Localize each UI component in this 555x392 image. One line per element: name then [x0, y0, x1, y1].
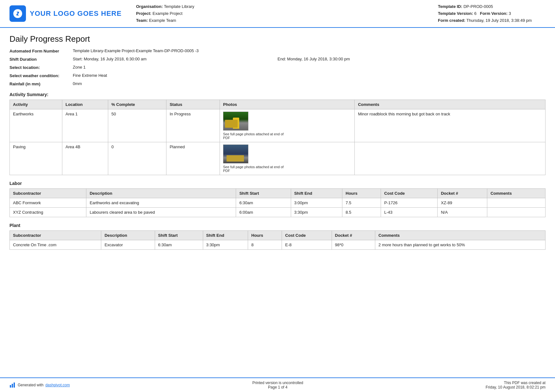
activity-table-header: Activity Location % Complete Status Phot…: [10, 100, 546, 109]
generated-label: Generated with: [18, 383, 43, 387]
labor-1-hours: 7.5: [342, 198, 381, 208]
labor-col-comments: Comments: [487, 189, 546, 198]
form-created-value: Thursday, 19 July 2018, 3:38:49 pm: [466, 18, 532, 23]
labor-col-cost-code: Cost Code: [381, 189, 438, 198]
labor-1-shift-end: 3:00pm: [291, 198, 342, 208]
labor-row-1: ABC Formwork Earthworks and excavating 6…: [10, 198, 546, 208]
plant-title: Plant: [9, 223, 546, 228]
activity-1-photo-caption: See full page photos attached at end of …: [223, 132, 286, 140]
project-row: Project: Example Project: [136, 10, 432, 17]
labor-table: Subcontractor Description Shift Start Sh…: [9, 188, 546, 217]
activity-2-activity: Paving: [10, 142, 62, 175]
shift-duration-label: Shift Duration: [9, 57, 73, 62]
plant-col-shift-end: Shift End: [203, 231, 248, 240]
page-label: Page 1 of 4: [252, 385, 303, 389]
plant-1-docket: 98*0: [332, 240, 375, 250]
labor-2-docket: N/A: [438, 208, 487, 217]
activity-1-comments: Minor roadblock this morning but got bac…: [355, 109, 546, 142]
labor-col-hours: Hours: [342, 189, 381, 198]
team-value: Example Team: [149, 18, 176, 23]
plant-1-hours: 8: [248, 240, 282, 250]
activity-summary-title: Activity Summary:: [9, 92, 546, 97]
form-created-row: Form created: Thursday, 19 July 2018, 3:…: [438, 17, 546, 24]
form-version-value: 3: [509, 11, 511, 16]
plant-col-hours: Hours: [248, 231, 282, 240]
labor-2-shift-start: 6:00am: [236, 208, 291, 217]
labor-table-header: Subcontractor Description Shift Start Sh…: [10, 189, 546, 198]
project-value: Example Project: [153, 11, 183, 16]
weather-value: Fine Extreme Heat: [73, 73, 546, 78]
activity-2-photo-caption: See full page photos attached at end of …: [223, 165, 286, 173]
uncontrolled-label: Printed version is uncontrolled: [252, 381, 303, 385]
version-row: Template Version: 6 Form Version: 3: [438, 10, 546, 17]
location-value: Zone 1: [73, 65, 546, 70]
page-footer: Generated with dashpivot.com Printed ver…: [0, 377, 555, 392]
team-row: Team: Example Team: [136, 17, 432, 24]
activity-1-photo-cell: See full page photos attached at end of …: [223, 112, 351, 140]
logo-area: YOUR LOGO GOES HERE: [9, 5, 130, 22]
org-row: Organisation: Template Library: [136, 3, 432, 10]
activity-col-status: Status: [166, 100, 220, 109]
footer-center: Printed version is uncontrolled Page 1 o…: [252, 381, 303, 389]
template-id-value: DP-PROD-0005: [464, 4, 493, 9]
labor-col-shift-start: Shift Start: [236, 189, 291, 198]
svg-rect-0: [10, 385, 11, 388]
activity-1-photos: See full page photos attached at end of …: [220, 109, 355, 142]
dashpivot-icon: [9, 382, 16, 388]
template-version-value: 6: [474, 11, 477, 16]
labor-1-shift-start: 6:30am: [236, 198, 291, 208]
header-meta-right: Template ID: DP-PROD-0005 Template Versi…: [438, 3, 546, 24]
page-header: YOUR LOGO GOES HERE Organisation: Templa…: [0, 0, 555, 28]
shift-duration-row: Shift Duration Start: Monday, 16 July 20…: [9, 57, 546, 62]
activity-1-status: In Progress: [166, 109, 220, 142]
shift-end-half: End: Monday, 16 July 2018, 3:30:00 pm: [278, 57, 546, 62]
plant-col-shift-start: Shift Start: [155, 231, 203, 240]
template-version-label: Template Version:: [438, 11, 473, 16]
weather-label: Select weather condition:: [9, 73, 73, 78]
org-value: Template Library: [164, 4, 194, 9]
plant-1-shift-end: 3:30pm: [203, 240, 248, 250]
activity-row-2: Paving Area 4B 0 Planned See full page p…: [10, 142, 546, 175]
activity-table: Activity Location % Complete Status Phot…: [9, 100, 546, 175]
rainfall-row: Rainfall (in mm) 0mm: [9, 81, 546, 86]
location-label: Select location:: [9, 65, 73, 70]
dashpivot-link[interactable]: dashpivot.com: [45, 383, 70, 387]
footer-left: Generated with dashpivot.com: [9, 382, 70, 388]
labor-1-comments: [487, 198, 546, 208]
plant-1-cost-code: E-8: [282, 240, 332, 250]
plant-table-header: Subcontractor Description Shift Start Sh…: [10, 231, 546, 240]
form-version-label: Form Version:: [480, 11, 508, 16]
plant-1-comments: 2 more hours than planned to get works t…: [375, 240, 546, 250]
labor-1-docket: XZ-89: [438, 198, 487, 208]
rainfall-label: Rainfall (in mm): [9, 81, 73, 86]
activity-1-photo-thumb: [223, 112, 248, 131]
activity-1-activity: Earthworks: [10, 109, 62, 142]
activity-2-photos: See full page photos attached at end of …: [220, 142, 355, 175]
activity-col-location: Location: [62, 100, 108, 109]
logo-svg: [12, 8, 23, 19]
shift-end-value: End: Monday, 16 July 2018, 3:30:00 pm: [278, 57, 546, 62]
footer-right: This PDF was created at Friday, 10 Augus…: [486, 381, 546, 389]
svg-rect-2: [14, 383, 15, 388]
logo-text: YOUR LOGO GOES HERE: [30, 9, 122, 18]
activity-col-comments: Comments: [355, 100, 546, 109]
activity-1-location: Area 1: [62, 109, 108, 142]
plant-col-docket: Docket #: [332, 231, 375, 240]
automated-form-label: Automated Form Number: [9, 48, 73, 53]
header-meta-center: Organisation: Template Library Project: …: [136, 3, 432, 24]
activity-1-percent: 50: [108, 109, 166, 142]
pdf-created-value: Friday, 10 August 2018, 8:02:21 pm: [486, 385, 546, 389]
team-label: Team:: [136, 18, 148, 23]
shift-start-value: Start: Monday, 16 July 2018, 6:30:00 am: [73, 57, 278, 62]
labor-2-shift-end: 3:30pm: [291, 208, 342, 217]
org-label: Organisation:: [136, 4, 163, 9]
project-label: Project:: [136, 11, 151, 16]
labor-2-cost-code: L-43: [381, 208, 438, 217]
activity-2-photo-cell: See full page photos attached at end of …: [223, 144, 351, 173]
svg-rect-1: [12, 384, 13, 388]
plant-col-cost-code: Cost Code: [282, 231, 332, 240]
rainfall-value: 0mm: [73, 81, 546, 86]
labor-title: Labor: [9, 181, 546, 186]
activity-col-photos: Photos: [220, 100, 355, 109]
activity-2-percent: 0: [108, 142, 166, 175]
